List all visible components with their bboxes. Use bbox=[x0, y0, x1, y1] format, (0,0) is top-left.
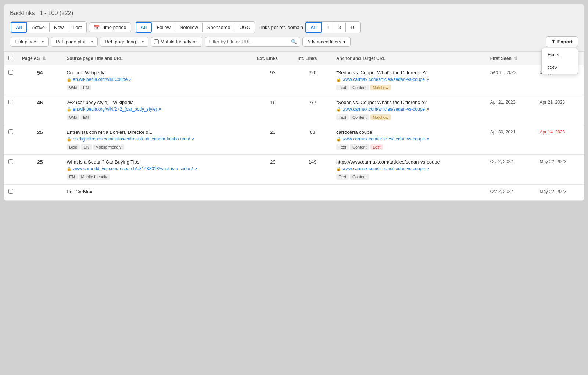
source-tag: Blog bbox=[67, 144, 80, 150]
filter-row-1: All Active New Lost 📅 Time period All Fo… bbox=[10, 21, 578, 33]
int-links-cell: 277 bbox=[293, 95, 332, 125]
lpd-all-button[interactable]: All bbox=[305, 22, 322, 33]
link-type-ugc-button[interactable]: UGC bbox=[235, 23, 255, 32]
advanced-filters-label: Advanced filters bbox=[307, 39, 341, 44]
anchor-cell: https://www.carmax.com/articles/sedan-vs… bbox=[332, 155, 486, 185]
source-tag: EN bbox=[80, 114, 91, 120]
anchor-link[interactable]: www.carmax.com/articles/sedan-vs-coupe bbox=[343, 166, 425, 171]
source-tags: WikiEN bbox=[67, 84, 248, 90]
status-new-button[interactable]: New bbox=[50, 23, 68, 32]
source-tag: Wiki bbox=[67, 114, 79, 120]
anchor-link[interactable]: www.carmax.com/articles/sedan-vs-coupe bbox=[343, 107, 425, 112]
source-tag: Mobile friendly bbox=[79, 174, 110, 180]
source-tag: EN bbox=[81, 144, 92, 150]
export-button[interactable]: ⬆ Export bbox=[546, 36, 578, 47]
source-cell: 2+2 (car body style) - Wikipedia🔒en.wiki… bbox=[62, 95, 252, 125]
col-int-links: Int. Links bbox=[293, 52, 332, 65]
row-checkbox-cell bbox=[4, 125, 18, 155]
time-period-button[interactable]: 📅 Time period bbox=[89, 22, 131, 32]
anchor-status-tag: Nofollow bbox=[370, 85, 391, 90]
page-as-cell bbox=[18, 185, 62, 201]
calendar-icon: 📅 bbox=[94, 25, 100, 30]
source-url[interactable]: 🔒es.digitaltrends.com/autos/entrevista-d… bbox=[67, 136, 248, 142]
external-link-icon: ↗ bbox=[426, 107, 429, 111]
advanced-filters-button[interactable]: Advanced filters ▾ bbox=[302, 37, 351, 47]
link-type-all-button[interactable]: All bbox=[136, 22, 152, 33]
ref-page-plat-dropdown[interactable]: Ref. page plat... ▾ bbox=[51, 37, 98, 47]
int-links-cell bbox=[293, 185, 332, 201]
links-per-domain-buttons: All 1 3 10 bbox=[305, 21, 361, 33]
anchor-tags: TextContentLost bbox=[336, 143, 481, 150]
mobile-friendly-checkbox[interactable] bbox=[154, 39, 159, 44]
ext-links-cell: 16 bbox=[252, 95, 293, 125]
anchor-url[interactable]: 🔒www.carmax.com/articles/sedan-vs-coupe↗ bbox=[336, 77, 481, 82]
col-page-as: Page AS ⇅ bbox=[18, 52, 62, 65]
anchor-tag: Content bbox=[350, 114, 369, 120]
first-seen-cell: Sep 11, 2022 bbox=[486, 65, 535, 95]
status-all-button[interactable]: All bbox=[11, 22, 27, 33]
ext-links-cell: 93 bbox=[252, 65, 293, 95]
links-per-domain-label: Links per ref. domain bbox=[259, 25, 303, 30]
select-all-checkbox[interactable] bbox=[8, 56, 13, 60]
export-icon: ⬆ bbox=[551, 39, 555, 44]
last-seen-cell: Apr 14, 2023 bbox=[535, 125, 584, 155]
table-section: Page AS ⇅ Source page Title and URL Ext.… bbox=[4, 51, 584, 201]
col-source: Source page Title and URL bbox=[62, 52, 252, 65]
lock-icon: 🔒 bbox=[336, 167, 341, 171]
lpd-10-button[interactable]: 10 bbox=[346, 23, 360, 32]
anchor-url[interactable]: 🔒www.carmax.com/articles/sedan-vs-coupe↗ bbox=[336, 166, 481, 171]
row-checkbox[interactable] bbox=[8, 129, 13, 134]
row-checkbox[interactable] bbox=[8, 189, 13, 194]
anchor-text: https://www.carmax.com/articles/sedan-vs… bbox=[336, 159, 481, 165]
anchor-url[interactable]: 🔒www.carmax.com/articles/sedan-vs-coupe↗ bbox=[336, 107, 481, 112]
lpd-1-button[interactable]: 1 bbox=[322, 23, 334, 32]
source-url[interactable]: 🔒en.wikipedia.org/wiki/Coupe↗ bbox=[67, 77, 248, 82]
status-active-button[interactable]: Active bbox=[28, 23, 50, 32]
page-as-cell: 25 bbox=[18, 155, 62, 185]
source-url[interactable]: 🔒en.wikipedia.org/wiki/2+2_(car_body_sty… bbox=[67, 107, 248, 112]
anchor-tag: Text bbox=[336, 174, 349, 180]
ref-page-lang-label: Ref. page lang... bbox=[105, 39, 140, 44]
anchor-text: "Sedan vs. Coupe: What's the Differenc e… bbox=[336, 100, 481, 105]
status-lost-button[interactable]: Lost bbox=[68, 23, 86, 32]
anchor-cell: "Sedan vs. Coupe: What's the Differenc e… bbox=[332, 65, 486, 95]
search-icon[interactable]: 🔍 bbox=[288, 37, 300, 46]
external-link-icon: ↗ bbox=[158, 107, 161, 111]
source-link[interactable]: www.caranddriver.com/research/a31488018/… bbox=[73, 166, 193, 171]
int-links-cell: 620 bbox=[293, 65, 332, 95]
source-tag: EN bbox=[80, 85, 91, 90]
link-place-dropdown[interactable]: Link place... ▾ bbox=[10, 37, 49, 47]
source-link[interactable]: es.digitaltrends.com/autos/entrevista-di… bbox=[73, 136, 190, 142]
mobile-friendly-filter[interactable]: Mobile friendly p... bbox=[151, 37, 203, 47]
row-checkbox-cell bbox=[4, 155, 18, 185]
link-type-sponsored-button[interactable]: Sponsored bbox=[203, 23, 235, 32]
export-dropdown: Excel CSV bbox=[541, 48, 578, 74]
source-url[interactable]: 🔒www.caranddriver.com/research/a31488018… bbox=[67, 166, 248, 171]
anchor-link[interactable]: www.carmax.com/articles/sedan-vs-coupe bbox=[343, 77, 425, 82]
table-body: 54Coupe - Wikipedia🔒en.wikipedia.org/wik… bbox=[4, 65, 584, 201]
row-checkbox[interactable] bbox=[8, 159, 13, 164]
sort-icon: ⇅ bbox=[42, 56, 46, 61]
external-link-icon: ↗ bbox=[426, 137, 429, 141]
lock-icon: 🔒 bbox=[67, 137, 72, 142]
anchor-link[interactable]: www.carmax.com/articles/sedan-vs-coupe bbox=[343, 136, 425, 142]
ref-page-lang-dropdown[interactable]: Ref. page lang... ▾ bbox=[100, 37, 148, 47]
link-type-follow-button[interactable]: Follow bbox=[152, 23, 175, 32]
title-text: Backlinks bbox=[10, 10, 35, 16]
search-input[interactable] bbox=[205, 37, 288, 46]
source-link[interactable]: en.wikipedia.org/wiki/Coupe bbox=[73, 77, 128, 82]
lpd-3-button[interactable]: 3 bbox=[334, 23, 346, 32]
page-as-cell: 54 bbox=[18, 65, 62, 95]
anchor-tags: TextContent bbox=[336, 173, 481, 180]
row-checkbox[interactable] bbox=[8, 100, 13, 104]
table-row: 54Coupe - Wikipedia🔒en.wikipedia.org/wik… bbox=[4, 65, 584, 95]
link-type-nofollow-button[interactable]: Nofollow bbox=[175, 23, 203, 32]
external-link-icon: ↗ bbox=[191, 137, 194, 141]
source-link[interactable]: en.wikipedia.org/wiki/2+2_(car_body_styl… bbox=[73, 107, 157, 112]
export-excel-option[interactable]: Excel bbox=[542, 48, 578, 61]
anchor-url[interactable]: 🔒www.carmax.com/articles/sedan-vs-coupe↗ bbox=[336, 136, 481, 142]
source-title: 2+2 (car body style) - Wikipedia bbox=[67, 100, 248, 105]
row-checkbox[interactable] bbox=[8, 70, 13, 75]
export-csv-option[interactable]: CSV bbox=[542, 61, 578, 74]
link-place-label: Link place... bbox=[15, 39, 40, 44]
